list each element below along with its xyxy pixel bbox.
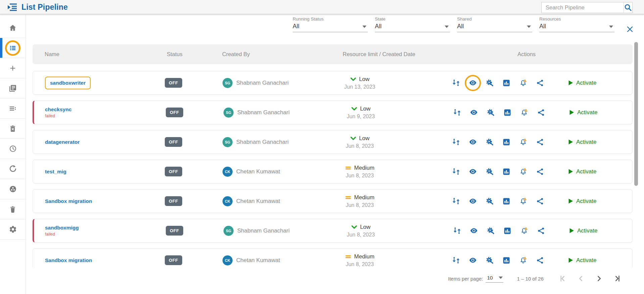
previous-page-button[interactable] bbox=[577, 274, 585, 283]
pipeline-flow-icon[interactable] bbox=[452, 197, 460, 206]
pipeline-settings-icon[interactable] bbox=[486, 197, 494, 206]
share-icon[interactable] bbox=[537, 108, 545, 117]
close-filters-button[interactable] bbox=[626, 25, 634, 34]
sidebar-item-settings[interactable] bbox=[0, 219, 26, 240]
pipeline-flow-icon[interactable] bbox=[452, 167, 460, 176]
history-icon bbox=[9, 144, 17, 153]
notifications-alert-icon[interactable] bbox=[519, 138, 527, 146]
share-icon[interactable] bbox=[536, 256, 544, 265]
sidebar-item-refresh[interactable] bbox=[0, 159, 26, 179]
scrollbar[interactable] bbox=[634, 42, 638, 186]
activate-button[interactable]: Activate bbox=[568, 139, 596, 145]
pipeline-flow-icon[interactable] bbox=[452, 138, 460, 146]
share-icon[interactable] bbox=[536, 138, 544, 146]
pipeline-name-link[interactable]: checksync bbox=[45, 107, 71, 113]
sidebar-item-pipeline-details[interactable] bbox=[0, 98, 26, 119]
pipeline-settings-icon[interactable] bbox=[486, 138, 494, 146]
pipeline-name-link[interactable]: Sandbox migration bbox=[45, 198, 92, 204]
activate-button[interactable]: Activate bbox=[569, 109, 597, 116]
share-icon[interactable] bbox=[536, 79, 544, 87]
share-icon[interactable] bbox=[537, 226, 545, 235]
sidebar-item-pipeline-list[interactable] bbox=[0, 38, 26, 58]
resource-limit[interactable]: Medium Jun 8, 2023 bbox=[343, 165, 377, 179]
notifications-alert-icon[interactable] bbox=[520, 108, 528, 117]
pipeline-name-link[interactable]: sandboxmigg bbox=[45, 225, 79, 231]
notifications-alert-icon[interactable] bbox=[519, 79, 527, 87]
statistics-icon[interactable] bbox=[502, 167, 510, 176]
resource-limit[interactable]: Low Jun 9, 2023 bbox=[344, 106, 378, 120]
avatar: SG bbox=[222, 137, 233, 147]
pipeline-settings-icon[interactable] bbox=[486, 167, 494, 176]
pipeline-settings-icon[interactable] bbox=[486, 79, 494, 87]
statistics-icon[interactable] bbox=[502, 197, 510, 206]
filter-resources[interactable]: Resources All bbox=[539, 16, 614, 32]
first-page-button[interactable] bbox=[558, 274, 567, 283]
pipeline-flow-icon[interactable] bbox=[453, 226, 461, 235]
sidebar-item-copy-pipeline[interactable] bbox=[0, 78, 26, 98]
statistics-icon[interactable] bbox=[503, 226, 511, 235]
avatar: SG bbox=[224, 226, 234, 236]
filter-state[interactable]: State All bbox=[375, 16, 450, 32]
pipeline-name-link[interactable]: test_mig bbox=[45, 169, 66, 175]
notifications-alert-icon[interactable] bbox=[519, 256, 527, 265]
share-icon[interactable] bbox=[536, 197, 544, 206]
sidebar-item-history[interactable] bbox=[0, 139, 26, 159]
pipeline-name-link[interactable]: datagenerator bbox=[45, 139, 80, 145]
notifications-alert-icon[interactable] bbox=[520, 226, 528, 235]
avatar: CK bbox=[222, 196, 233, 206]
preview-eye-icon[interactable] bbox=[470, 226, 478, 235]
statistics-icon[interactable] bbox=[502, 256, 510, 265]
home-icon bbox=[9, 24, 17, 32]
pipeline-name-link[interactable]: Sandbox migration bbox=[45, 257, 92, 263]
activate-label: Activate bbox=[577, 227, 597, 234]
filter-running-status[interactable]: Running Status All bbox=[293, 16, 368, 32]
statistics-icon[interactable] bbox=[502, 138, 510, 146]
preview-eye-icon[interactable] bbox=[469, 197, 477, 206]
last-page-button[interactable] bbox=[613, 274, 622, 283]
notifications-alert-icon[interactable] bbox=[519, 167, 527, 176]
preview-eye-icon[interactable] bbox=[470, 108, 478, 117]
pipeline-settings-icon[interactable] bbox=[486, 256, 494, 265]
preview-eye-icon[interactable] bbox=[469, 138, 477, 146]
resource-level-label: Medium bbox=[354, 165, 374, 171]
preview-eye-icon[interactable] bbox=[469, 256, 477, 265]
filter-bar: Running Status All State All Shared All … bbox=[293, 16, 614, 32]
sidebar-item-home[interactable] bbox=[0, 18, 26, 38]
sidebar-item-add-pipeline[interactable] bbox=[0, 58, 26, 78]
play-icon bbox=[568, 169, 573, 174]
pipeline-flow-icon[interactable] bbox=[452, 256, 460, 265]
pipeline-row: sandboxmigg failed OFF SG Shabnam Ganach… bbox=[33, 219, 633, 243]
activate-button[interactable]: Activate bbox=[568, 80, 596, 86]
resource-limit[interactable]: Low Jun 8, 2023 bbox=[344, 224, 378, 238]
sidebar-item-delete[interactable] bbox=[0, 199, 26, 219]
preview-eye-icon[interactable] bbox=[469, 167, 477, 176]
preview-eye-icon[interactable] bbox=[469, 79, 477, 87]
resource-limit[interactable]: Medium Jun 8, 2023 bbox=[343, 253, 377, 267]
statistics-icon[interactable] bbox=[503, 108, 511, 117]
pipeline-settings-icon[interactable] bbox=[487, 108, 495, 117]
resource-limit[interactable]: Low Jun 13, 2023 bbox=[343, 76, 377, 90]
activate-button[interactable]: Activate bbox=[568, 198, 596, 205]
search-input[interactable] bbox=[542, 2, 624, 13]
items-per-page-select[interactable]: 10 bbox=[486, 275, 503, 283]
pipeline-flow-icon[interactable] bbox=[452, 79, 460, 87]
search-button[interactable] bbox=[624, 2, 632, 13]
pipeline-settings-icon[interactable] bbox=[487, 226, 495, 235]
pipeline-flow-icon[interactable] bbox=[453, 108, 461, 117]
notifications-alert-icon[interactable] bbox=[519, 197, 527, 206]
resource-limit[interactable]: Low Jun 8, 2023 bbox=[343, 135, 377, 149]
activate-button[interactable]: Activate bbox=[569, 227, 597, 234]
sidebar-item-group[interactable] bbox=[0, 179, 26, 199]
filter-shared[interactable]: Shared All bbox=[457, 16, 532, 32]
share-icon[interactable] bbox=[536, 167, 544, 176]
resource-level-label: Medium bbox=[354, 194, 374, 201]
activate-button[interactable]: Activate bbox=[568, 168, 596, 175]
next-page-button[interactable] bbox=[595, 274, 603, 283]
activate-button[interactable]: Activate bbox=[568, 257, 596, 264]
resource-limit[interactable]: Medium Jun 8, 2023 bbox=[343, 194, 377, 208]
pipeline-name-link[interactable]: sandboxwriter bbox=[45, 77, 91, 89]
pagination: Items per page: 10 1 – 10 of 26 bbox=[448, 274, 622, 283]
statistics-icon[interactable] bbox=[502, 79, 510, 87]
sidebar-item-delete-sweep[interactable] bbox=[0, 119, 26, 139]
status-badge: OFF bbox=[166, 226, 183, 236]
